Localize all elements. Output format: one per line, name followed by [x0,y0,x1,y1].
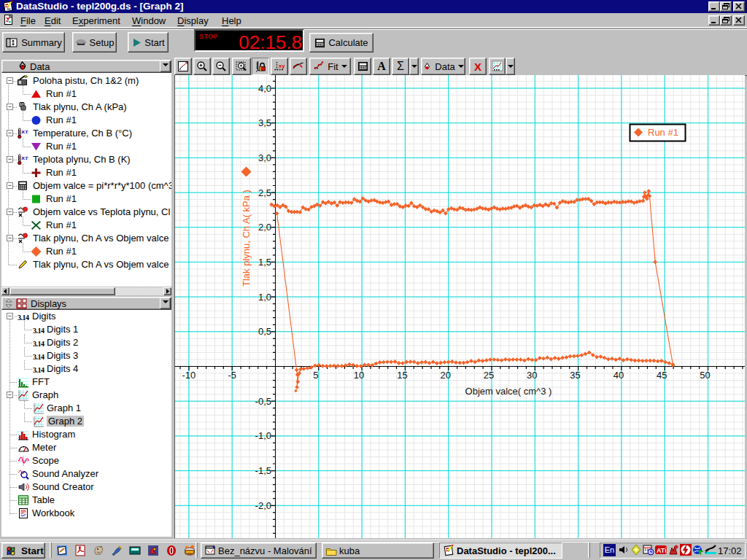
svg-text:10: 10 [354,370,364,381]
svg-text:-1,0: -1,0 [255,430,271,441]
svg-text:Tlak plynu, Ch A( kPa ): Tlak plynu, Ch A( kPa ) [241,190,252,287]
svg-text:1,5: 1,5 [258,257,271,268]
svg-text:5: 5 [313,370,318,381]
svg-text:ATi: ATi [657,547,667,554]
svg-text:25: 25 [484,370,494,381]
svg-text:50: 50 [700,370,710,381]
svg-text:2,5: 2,5 [258,187,271,198]
svg-text:30: 30 [527,370,537,381]
svg-text:2,0: 2,0 [258,222,271,233]
svg-text:xy: xy [279,63,285,69]
svg-text:-0,5: -0,5 [255,396,271,407]
svg-text:20: 20 [440,370,450,381]
svg-text:0,5: 0,5 [258,326,271,337]
svg-text:1,0: 1,0 [258,292,271,303]
svg-text:4,0: 4,0 [258,83,271,94]
svg-text:45: 45 [657,370,667,381]
svg-text:KTD: KTD [21,129,29,135]
svg-text:-1,5: -1,5 [255,465,271,476]
svg-text:3,5: 3,5 [258,117,271,128]
svg-text:-10: -10 [182,370,196,381]
svg-text:KTD: KTD [21,155,29,161]
svg-text:-5: -5 [228,370,236,381]
svg-text:35: 35 [570,370,580,381]
svg-text:Objem valce( cm^3 ): Objem valce( cm^3 ) [465,386,552,397]
svg-text:3,0: 3,0 [258,152,271,163]
svg-text:Run #1: Run #1 [648,127,678,138]
svg-text:40: 40 [614,370,624,381]
svg-text:15: 15 [397,370,407,381]
svg-text:-2,0: -2,0 [255,500,271,511]
